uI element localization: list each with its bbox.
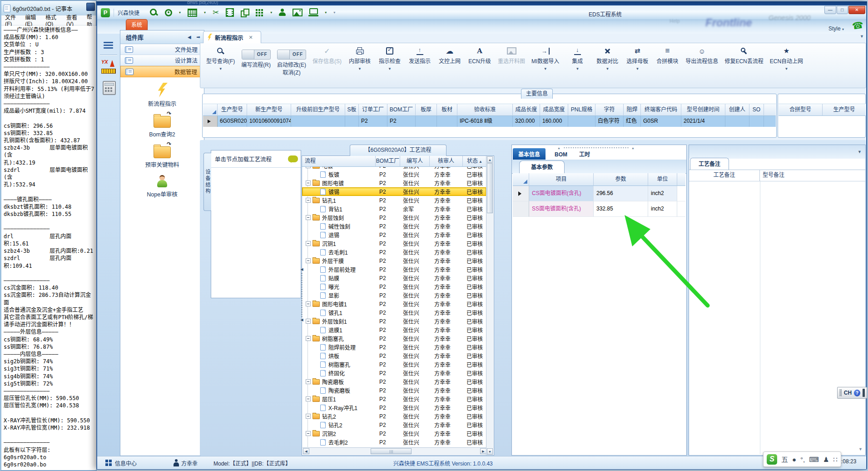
col-header[interactable]: 终端客户代码 (641, 104, 681, 116)
col-header[interactable]: 工艺备注 (689, 170, 760, 181)
tab-basic-params[interactable]: 基本参数 (519, 160, 565, 173)
instruction-check-button[interactable]: 指示检查 ▼ (378, 46, 402, 71)
tree-row[interactable]: 外层蚀刻 P2 张仕兴 方幸幸 已审核 (302, 213, 486, 222)
tree-row[interactable]: 终固化 P2 张仕兴 方幸幸 已审核 (302, 369, 486, 377)
tool-nope-review[interactable]: Nope单审核 (147, 173, 177, 198)
expander-icon[interactable] (306, 241, 311, 246)
ime-punct-icon[interactable]: °, (800, 456, 805, 463)
fix-ecn-lost-flow-button[interactable]: 修复ECN丢流程 (724, 46, 763, 65)
dropdown-caret-icon[interactable]: ▾ (179, 10, 181, 15)
scroll-left-icon[interactable]: ◀ (303, 448, 309, 454)
dropdown-caret-icon[interactable]: ▾ (204, 10, 206, 15)
language-indicator[interactable]: CH (844, 390, 852, 396)
language-bar[interactable]: CH ? (837, 387, 867, 399)
scroll-right-icon[interactable]: ▶ (480, 448, 486, 454)
tree-row[interactable]: X-Ray冲孔1 P2 张仕兴 方幸幸 已审核 (302, 403, 486, 412)
chevron-down-icon[interactable]: ▼ (575, 67, 579, 71)
menu-format[interactable]: 格式(O) (45, 13, 61, 27)
tree-row[interactable]: 显影 P2 张仕兴 方幸幸 已审核 (302, 291, 486, 300)
tree-row[interactable]: 沉铜1 P2 张仕兴 方幸幸 已审核 (302, 239, 486, 248)
tab-process-flow[interactable]: 【6G0SR020A0】工艺流程 (350, 145, 446, 156)
col-header[interactable]: PNL规格 (568, 104, 595, 116)
style-dropdown[interactable]: Style ▾ (828, 25, 844, 32)
tab-system[interactable]: 系统 (126, 19, 148, 31)
search-icon[interactable] (149, 8, 158, 17)
info-center-button[interactable]: 信息中心 (105, 456, 137, 469)
sogou-logo-icon[interactable]: S (767, 454, 777, 465)
col-header[interactable]: 订单工厂 (359, 104, 387, 116)
tree-row[interactable]: 烘板 P2 张仕兴 方幸幸 已审核 (302, 351, 486, 360)
yx-factory-icon[interactable]: YX (101, 59, 116, 74)
grid-selected-row[interactable]: 6G0SR020A0 10010600091074 P2 P2 IPC-6018… (203, 116, 776, 127)
chevron-down-icon[interactable]: ▼ (784, 67, 788, 71)
tree-row[interactable]: 陶瓷磨板 P2 张仕兴 方幸幸 已审核 (302, 377, 486, 386)
expander-icon[interactable] (306, 431, 311, 436)
col-header[interactable]: 项目 (529, 173, 594, 186)
grid-corner-cell[interactable] (203, 104, 218, 116)
tree-row[interactable]: 去毛刺1 P2 张仕兴 方幸幸 已审核 (302, 248, 486, 256)
chevron-down-icon[interactable]: ▼ (635, 67, 639, 71)
ime-person-icon[interactable]: ♟ (823, 456, 829, 463)
tree-row[interactable]: 退锡 P2 张仕兴 方幸幸 已审核 (302, 230, 486, 239)
current-user[interactable]: 方幸幸 (174, 456, 198, 469)
grid-dots-icon[interactable] (256, 9, 263, 16)
expander-icon[interactable] (306, 379, 311, 384)
tree-row[interactable]: 碱性蚀刻 P2 张仕兴 方幸幸 已审核 (302, 222, 486, 230)
horizontal-scrollbar[interactable]: ◀ ▶ (303, 447, 487, 455)
tree-row[interactable]: 背钻1 P2 余军 方幸幸 已审核 (302, 205, 486, 213)
tab-bom[interactable]: BOM (552, 150, 570, 160)
mi-data-import-button[interactable]: → MI数据导入 ▼ (531, 46, 559, 71)
col-header[interactable]: 验收标准 (457, 104, 513, 116)
wheel-icon[interactable] (165, 9, 172, 16)
drag-grip-icon[interactable] (839, 389, 842, 396)
col-header[interactable]: 合拼型号 (779, 104, 823, 116)
export-flow-info-button[interactable]: ☺ 导出流程信息 (685, 46, 718, 65)
expander-icon[interactable] (306, 301, 311, 306)
keyboard-icon[interactable]: ⌨ (809, 456, 819, 463)
scissors-icon[interactable]: ✂ (213, 8, 219, 17)
tree-row[interactable]: 板镀 P2 张仕兴 方幸幸 已审核 (302, 170, 486, 179)
col-header[interactable]: 阻焊 (624, 104, 641, 116)
tree-row[interactable]: 沉铜2 P2 张仕兴 方幸幸 已审核 (302, 429, 486, 438)
tab-device-structure[interactable]: 设备结构 (203, 153, 211, 211)
close-tab-icon[interactable]: ✕ (249, 35, 253, 40)
dropdown-caret-icon[interactable]: ▾ (270, 10, 272, 15)
data-compare-button[interactable]: 数据对比 ▼ (595, 46, 619, 71)
integrate-button[interactable]: ↓ 集成 ▼ (565, 46, 589, 71)
maximize-button[interactable]: □ (837, 6, 848, 14)
tree-row[interactable]: 图形电镀 P2 张仕兴 方幸幸 已审核 (302, 179, 486, 187)
tree-row[interactable]: 外层干膜 P2 张仕兴 方幸幸 已审核 (302, 256, 486, 265)
tree-row[interactable]: 钻孔1 P2 张仕兴 方幸幸 已审核 (302, 196, 486, 205)
tree-row[interactable]: 外层蚀刻1 P2 张仕兴 方幸幸 已审核 (302, 317, 486, 326)
expander-icon[interactable] (306, 198, 311, 203)
chevron-down-icon[interactable]: ▼ (605, 67, 609, 71)
tree-row[interactable]: 贴膜 P2 张仕兴 方幸幸 已审核 (302, 274, 486, 282)
col-header[interactable]: 生产型号 (218, 104, 247, 116)
sidebar-item-design-algorithm[interactable]: 设计算法 (120, 55, 204, 66)
tree-row[interactable]: 镀锡 P2 张仕兴 方幸幸 已审核 (302, 187, 486, 196)
chevron-down-icon[interactable]: ▼ (858, 447, 863, 451)
write-flow-toggle[interactable]: OFF 编写流程(R) (241, 46, 271, 68)
tool-key-material-review[interactable]: 预审关键物料 (145, 143, 179, 169)
expander-icon[interactable] (306, 319, 311, 324)
col-header[interactable]: 核审人 (430, 156, 463, 167)
notes-body[interactable] (689, 180, 865, 454)
model-query-button[interactable]: 型号查询(F) ▼ (206, 46, 235, 71)
param-row[interactable]: SS面电镀面积(含孔) 332.85 inch2 (513, 201, 685, 217)
doc-control-upload-button[interactable]: ☁ 文控上网 (438, 46, 461, 65)
menu-view[interactable]: 查看(V) (66, 13, 82, 27)
close-button[interactable]: ✕ (848, 6, 865, 14)
hamburger-menu-icon[interactable] (104, 42, 113, 43)
col-header[interactable]: 编写人 (400, 156, 430, 167)
col-header[interactable]: 型号备注 (760, 170, 865, 181)
send-instruction-button[interactable]: ↑ 发送指示 (408, 46, 432, 65)
vertical-scrollbar[interactable]: ▲ ▼ (486, 156, 493, 455)
ime-toolbar[interactable]: S 五 ● °, ⌨ ♟ ∷ (763, 451, 841, 467)
tab-new-flow-instruction[interactable]: 新流程指示 ✕ (203, 31, 261, 43)
merge-module-button[interactable]: ≡ 合拼模块 (655, 46, 679, 65)
tree-row[interactable]: 外层前处理 P2 张仕兴 方幸幸 已审核 (302, 265, 486, 274)
ime-mode-icon[interactable]: 五 (781, 456, 788, 463)
start-modify-toggle[interactable]: OFF 启动修改(E) 取消(Z) (277, 46, 306, 76)
tree-row[interactable]: 钻孔2 P2 张仕兴 方幸幸 已审核 (302, 412, 486, 421)
panel-splitter[interactable]: ◀ ◀ (300, 267, 304, 322)
